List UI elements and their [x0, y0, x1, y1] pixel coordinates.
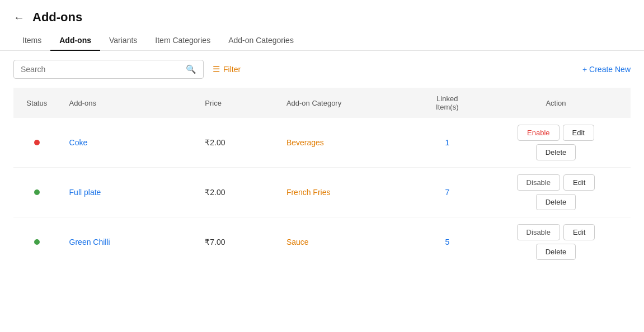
price-cell: ₹2.00	[196, 168, 278, 217]
disable-button[interactable]: Disable	[517, 224, 560, 240]
linked-count-cell: 7	[413, 168, 481, 217]
disable-button[interactable]: Disable	[517, 174, 560, 191]
table-body: Coke₹2.00Beverages1EnableEditDeleteFull …	[13, 118, 631, 267]
tab-variants[interactable]: Variants	[100, 30, 146, 50]
col-action: Action	[481, 88, 631, 118]
status-dot	[34, 140, 40, 145]
table-row: Full plate₹2.00French Fries7DisableEditD…	[13, 168, 631, 217]
table-row: Coke₹2.00Beverages1EnableEditDelete	[13, 118, 631, 168]
filter-icon: ☰	[213, 64, 220, 74]
tab-addons[interactable]: Add-ons	[50, 30, 100, 50]
tab-addon-categories[interactable]: Add-on Categories	[219, 30, 303, 50]
status-cell	[13, 217, 60, 267]
price-cell: ₹7.00	[196, 217, 278, 267]
filter-label: Filter	[223, 65, 241, 74]
edit-button[interactable]: Edit	[563, 224, 595, 240]
action-cell: DisableEditDelete	[481, 217, 631, 267]
table-header: Status Add-ons Price Add-on Category Lin…	[13, 88, 631, 118]
price-cell: ₹2.00	[196, 118, 278, 168]
category-cell: Beverages	[278, 118, 413, 168]
col-status: Status	[13, 88, 60, 118]
addon-name[interactable]: Coke	[69, 138, 88, 147]
search-input[interactable]	[21, 65, 181, 74]
enable-button[interactable]: Enable	[518, 125, 559, 141]
status-dot	[34, 189, 40, 195]
col-price: Price	[196, 88, 278, 118]
edit-button[interactable]: Edit	[563, 174, 595, 191]
category-cell: French Fries	[278, 168, 413, 217]
status-cell	[13, 168, 60, 217]
search-box: 🔍	[13, 60, 204, 79]
page-title: Add-ons	[32, 10, 82, 25]
delete-button[interactable]: Delete	[536, 244, 576, 260]
toolbar: 🔍 ☰ Filter + Create New	[0, 51, 644, 88]
col-addons: Add-ons	[60, 88, 196, 118]
create-new-button[interactable]: + Create New	[582, 65, 631, 74]
linked-count-cell: 5	[413, 217, 481, 267]
addon-name-cell: Green Chilli	[60, 217, 196, 267]
addons-table: Status Add-ons Price Add-on Category Lin…	[13, 88, 631, 267]
search-icon[interactable]: 🔍	[186, 64, 196, 74]
table-row: Green Chilli₹7.00Sauce5DisableEditDelete	[13, 217, 631, 267]
edit-button[interactable]: Edit	[563, 125, 594, 141]
action-cell: EnableEditDelete	[481, 118, 631, 168]
col-category: Add-on Category	[278, 88, 413, 118]
tab-item-categories[interactable]: Item Categories	[146, 30, 219, 50]
col-linked: LinkedItem(s)	[413, 88, 481, 118]
tab-bar: ItemsAdd-onsVariantsItem CategoriesAdd-o…	[0, 30, 644, 51]
linked-count-cell: 1	[413, 118, 481, 168]
addon-name-cell: Full plate	[60, 168, 196, 217]
addon-name-cell: Coke	[60, 118, 196, 168]
category-cell: Sauce	[278, 217, 413, 267]
addon-name[interactable]: Green Chilli	[69, 238, 110, 246]
table-container: Status Add-ons Price Add-on Category Lin…	[0, 88, 644, 267]
filter-button[interactable]: ☰ Filter	[213, 64, 241, 74]
page-header: ← Add-ons	[0, 0, 644, 30]
status-cell	[13, 118, 60, 168]
action-cell: DisableEditDelete	[481, 168, 631, 217]
back-button[interactable]: ←	[13, 11, 25, 24]
delete-button[interactable]: Delete	[536, 144, 576, 160]
delete-button[interactable]: Delete	[536, 194, 576, 210]
tab-items[interactable]: Items	[13, 30, 50, 50]
status-dot	[34, 239, 40, 245]
addon-name[interactable]: Full plate	[69, 188, 101, 197]
